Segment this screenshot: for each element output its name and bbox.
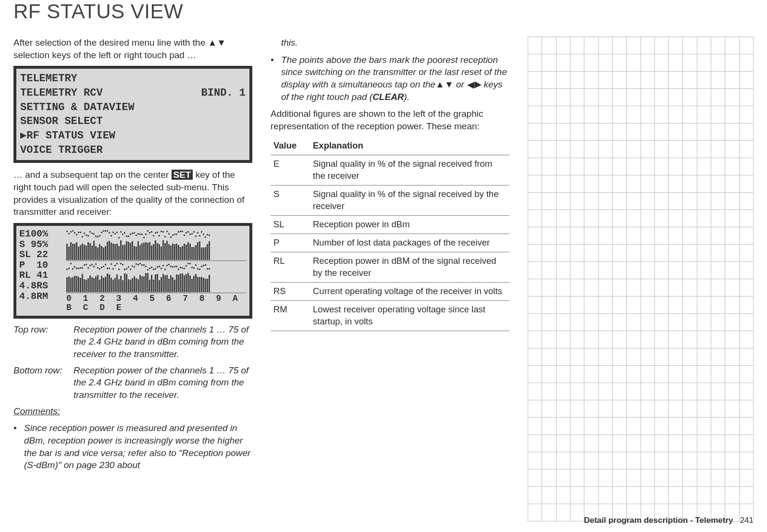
bullet-dot-icon: • — [271, 54, 281, 103]
value-cell: RL — [271, 252, 310, 283]
value-cell: SL — [271, 216, 310, 234]
rf-s: S 95% — [19, 239, 62, 250]
telemetry-menu-box: TELEMETRY TELEMETRY RCV BIND. 1 SETTING … — [13, 66, 252, 163]
explanation-cell: Lowest receiver operating voltage since … — [310, 301, 509, 331]
value-cell: E — [271, 155, 310, 186]
updown-arrows-icon: ▲▼ — [435, 79, 454, 89]
rf-rm: 4.8RM — [19, 291, 62, 302]
bottom-row-label: Bottom row: — [13, 364, 74, 401]
top-row-label: Top row: — [13, 323, 74, 360]
rf-axis: 0 1 2 3 4 5 6 7 8 9 A B C D E — [66, 294, 247, 313]
page-number: 241 — [740, 516, 754, 525]
table-row: RSCurrent operating voltage of the recei… — [271, 283, 509, 301]
menu-line-setting: SETTING & DATAVIEW — [20, 100, 246, 115]
rf-status-box: E100% S 95% SL 22 P 10 RL 41 4.8RS 4.8RM… — [13, 223, 252, 319]
menu-line-voice: VOICE TRIGGER — [20, 143, 246, 158]
value-cell: S — [271, 186, 310, 216]
menu-line-sensor: SENSOR SELECT — [20, 114, 246, 129]
rf-bottom-bars — [66, 271, 247, 293]
bullet-dot-icon: • — [13, 422, 24, 471]
menu-line-telemetry: TELEMETRY — [20, 72, 246, 86]
intro-text-before: After selection of the desired menu line… — [13, 37, 208, 48]
table-row: SLReception power in dBm — [271, 216, 509, 234]
rf-top-dots — [66, 229, 247, 239]
explanation-cell: Reception power in dBM of the signal rec… — [310, 252, 509, 283]
top-row-text: Reception power of the channels 1 … 75 o… — [74, 323, 252, 360]
mid-before: … and a subsequent tap on the center — [13, 170, 172, 180]
set-key-icon: SET — [172, 170, 193, 180]
c2-or: or — [454, 79, 467, 89]
value-cell: RS — [271, 283, 310, 301]
intro-paragraph: After selection of the desired menu line… — [13, 37, 252, 61]
comment-1: Since reception power is measured and pr… — [24, 422, 252, 471]
value-cell: P — [271, 234, 310, 252]
updown-arrows-icon: ▲▼ — [208, 37, 226, 48]
explanation-cell: Number of lost data packages of the rece… — [310, 234, 509, 252]
explanation-cell: Signal quality in % of the signal receiv… — [310, 155, 509, 186]
intro-text-after: selection keys of the left or right touc… — [13, 50, 196, 60]
rf-top-bars — [66, 239, 247, 261]
rf-rs: 4.8RS — [19, 281, 62, 291]
menu-line-bind: BIND. 1 — [201, 86, 246, 100]
bottom-row-text: Reception power of the channels 1 … 75 o… — [74, 364, 252, 401]
table-row: ESignal quality in % of the signal recei… — [271, 155, 509, 186]
note-grid — [528, 37, 754, 521]
rf-e: E100% — [19, 229, 62, 239]
explanation-cell: Reception power in dBm — [310, 216, 509, 234]
leftright-arrows-icon: ◀▶ — [467, 79, 481, 89]
menu-line-rf: ▶RF STATUS VIEW — [20, 129, 246, 143]
table-row: RLReception power in dBM of the signal r… — [271, 252, 509, 283]
comment-cont: this. — [281, 37, 509, 49]
footer-text: Detail program description - Telemetry — [584, 516, 733, 525]
th-explanation: Explanation — [310, 137, 509, 155]
value-cell: RM — [271, 301, 310, 331]
comment-2: The points above the bars mark the poore… — [281, 54, 509, 103]
mid-paragraph: … and a subsequent tap on the center SET… — [13, 169, 252, 218]
rf-p: P 10 — [19, 260, 62, 271]
rf-bottom-dots — [66, 261, 247, 271]
page-title: RF STATUS VIEW — [13, 0, 754, 23]
rf-rl: RL 41 — [19, 270, 62, 281]
table-row: PNumber of lost data packages of the rec… — [271, 234, 509, 252]
clear-label: CLEAR — [372, 92, 404, 102]
rf-sl: SL 22 — [19, 249, 62, 260]
explanation-cell: Signal quality in % of the signal receiv… — [310, 186, 509, 216]
c2-end: ). — [404, 92, 410, 102]
th-value: Value — [271, 137, 310, 155]
comments-heading: Comments: — [13, 405, 252, 418]
table-row: RMLowest receiver operating voltage sinc… — [271, 301, 509, 331]
table-row: SSignal quality in % of the signal recei… — [271, 186, 509, 216]
menu-line-rcv: TELEMETRY RCV — [20, 86, 103, 100]
intro2: Additional figures are shown to the left… — [271, 108, 509, 132]
page-footer: Detail program description - Telemetry 2… — [584, 516, 754, 525]
explanation-cell: Current operating voltage of the receive… — [310, 283, 509, 301]
value-table: Value Explanation ESignal quality in % o… — [271, 137, 509, 331]
